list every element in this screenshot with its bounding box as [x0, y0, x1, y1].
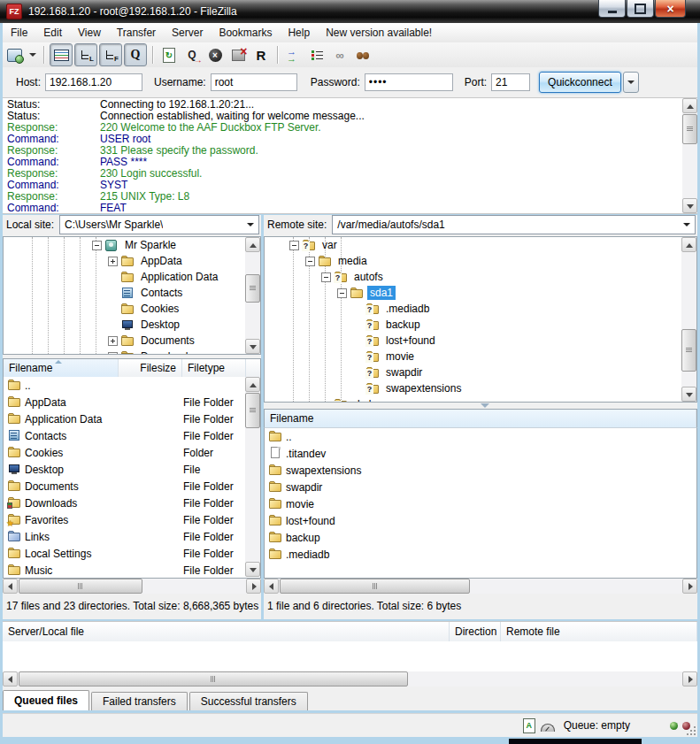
synchronized-browsing-button[interactable]: ∞	[329, 44, 350, 65]
cancel-button[interactable]: ×	[204, 44, 226, 65]
tree-item-appdata[interactable]: AppData	[4, 253, 260, 269]
tree-item-downloads[interactable]: Downloads	[4, 349, 260, 355]
scrollbar-thumb[interactable]	[280, 579, 470, 594]
process-queue-button[interactable]: Q→	[181, 44, 203, 65]
scroll-up-button[interactable]	[682, 98, 697, 113]
toggle-remote-tree-button[interactable]: F	[99, 43, 122, 66]
toggle-queue-button[interactable]: Q	[124, 43, 147, 66]
filter-button[interactable]	[306, 44, 327, 65]
tab-queued-files[interactable]: Queued files	[3, 690, 89, 710]
find-files-button[interactable]	[352, 44, 373, 65]
menu-item-bookmarks[interactable]: Bookmarks	[211, 24, 280, 42]
remote-site-combo[interactable]: /var/media/autofs/sda1	[332, 215, 696, 234]
minimize-button[interactable]	[598, 0, 626, 18]
file-row-titandev[interactable]: .titandev	[265, 445, 696, 462]
menu-item-edit[interactable]: Edit	[35, 24, 70, 42]
file-row-application-data[interactable]: Application DataFile Folder	[4, 410, 260, 427]
tree-item-lost-found[interactable]: ?lost+found	[265, 333, 696, 349]
file-row-swapdir[interactable]: swapdir	[265, 479, 696, 495]
file-row-backup[interactable]: backup	[265, 529, 696, 546]
file-row-movie[interactable]: movie	[265, 495, 696, 512]
collapse-icon[interactable]	[337, 288, 347, 298]
menu-item-help[interactable]: Help	[280, 24, 318, 42]
tree-item-cookies[interactable]: Cookies	[4, 301, 260, 317]
menu-item-transfer[interactable]: Transfer	[109, 24, 164, 42]
file-row-cookies[interactable]: CookiesFolder	[4, 444, 260, 461]
tree-item-sda1[interactable]: sda1	[265, 285, 696, 301]
disconnect-button[interactable]: ×	[227, 44, 249, 65]
file-row-local-settings[interactable]: Local SettingsFile Folder	[4, 545, 260, 562]
queue-column-server-local-file[interactable]: Server/Local file	[3, 622, 450, 641]
queue-column-direction[interactable]: Direction	[450, 622, 501, 641]
file-row-links[interactable]: LinksFile Folder	[4, 528, 260, 545]
scroll-down-button[interactable]	[682, 198, 697, 213]
expand-icon[interactable]	[108, 336, 118, 346]
quickconnect-button[interactable]: Quickconnect	[539, 72, 621, 93]
site-manager-button[interactable]	[4, 44, 25, 65]
username-input[interactable]	[211, 73, 297, 91]
tree-item-contacts[interactable]: Contacts	[4, 285, 260, 301]
expand-icon[interactable]	[108, 352, 118, 356]
file-row-music[interactable]: MusicFile Folder	[4, 562, 260, 579]
expand-icon[interactable]	[108, 257, 118, 266]
tree-item-swapdir[interactable]: ?swapdir	[265, 364, 696, 380]
tree-item-movie[interactable]: ?movie	[265, 349, 696, 364]
scroll-down-button[interactable]	[245, 562, 260, 577]
tree-item-desktop[interactable]: Desktop	[4, 317, 260, 333]
tree-item-swapextensions[interactable]: ?swapextensions	[265, 380, 696, 396]
tree-item-media[interactable]: media	[265, 253, 696, 269]
port-input[interactable]	[491, 73, 530, 91]
column-header-filename[interactable]: Filename	[4, 359, 119, 377]
tab-successful-transfers[interactable]: Successful transfers	[189, 692, 308, 710]
scroll-right-button[interactable]	[246, 579, 261, 594]
queue-hscrollbar[interactable]	[3, 671, 697, 686]
column-header-filename[interactable]: Filename	[265, 410, 696, 427]
file-row-lost-found[interactable]: lost+found	[265, 512, 696, 529]
menu-item-file[interactable]: File	[3, 24, 35, 42]
password-input[interactable]	[365, 73, 453, 91]
collapse-icon[interactable]	[92, 241, 102, 250]
host-input[interactable]	[45, 73, 142, 91]
scrollbar-thumb[interactable]	[19, 579, 142, 594]
tree-item-mr-sparkle[interactable]: Mr Sparkle	[4, 237, 260, 253]
local-site-combo[interactable]: C:\Users\Mr Sparkle\	[59, 215, 259, 234]
log-scrollbar[interactable]	[682, 98, 697, 213]
file-row-[interactable]: ..	[4, 377, 260, 394]
scroll-left-button[interactable]	[3, 579, 18, 594]
tree-item-application-data[interactable]: Application Data	[4, 269, 260, 285]
close-button[interactable]: ×	[655, 0, 686, 18]
tree-item-var[interactable]: ?var	[265, 237, 696, 253]
refresh-button[interactable]: ↻	[158, 44, 180, 65]
file-row-[interactable]: ..	[265, 428, 696, 445]
menu-item-new-version-available[interactable]: New version available!	[318, 24, 440, 42]
menu-item-server[interactable]: Server	[164, 24, 211, 42]
tree-item-autofs[interactable]: ?autofs	[265, 269, 696, 285]
maximize-button[interactable]	[627, 0, 654, 18]
scroll-left-button[interactable]	[3, 671, 18, 686]
data-type-icon[interactable]: A	[523, 718, 535, 733]
scroll-left-button[interactable]	[264, 579, 279, 594]
file-row-favorites[interactable]: ★FavoritesFile Folder	[4, 511, 260, 528]
file-row-swapextensions[interactable]: swapextensions	[265, 462, 696, 479]
quickconnect-dropdown-button[interactable]	[623, 72, 639, 93]
scroll-up-button[interactable]	[245, 377, 260, 392]
column-header-filesize[interactable]: Filesize	[119, 359, 182, 377]
remote-list-hscrollbar[interactable]	[264, 579, 697, 594]
tab-failed-transfers[interactable]: Failed transfers	[91, 692, 188, 710]
scrollbar-thumb[interactable]	[245, 393, 260, 428]
file-row-documents[interactable]: DocumentsFile Folder	[4, 478, 260, 495]
site-manager-dropdown-button[interactable]	[27, 44, 38, 65]
toggle-message-log-button[interactable]	[50, 43, 73, 66]
tree-item-documents[interactable]: Documents	[4, 333, 260, 349]
resize-grip[interactable]	[687, 726, 696, 735]
queue-column-remote-file[interactable]: Remote file	[501, 622, 697, 641]
scrollbar-thumb[interactable]	[682, 114, 697, 144]
file-row-desktop[interactable]: DesktopFile	[4, 461, 260, 478]
collapse-icon[interactable]	[321, 272, 331, 282]
file-row-contacts[interactable]: ContactsFile Folder	[4, 427, 260, 444]
toggle-local-tree-button[interactable]: L	[74, 43, 97, 66]
file-row-mediadb[interactable]: .mediadb	[265, 546, 696, 563]
scrollbar-thumb[interactable]	[19, 671, 408, 686]
file-row-downloads[interactable]: DownloadsFile Folder	[4, 495, 260, 511]
collapse-icon[interactable]	[305, 257, 315, 266]
